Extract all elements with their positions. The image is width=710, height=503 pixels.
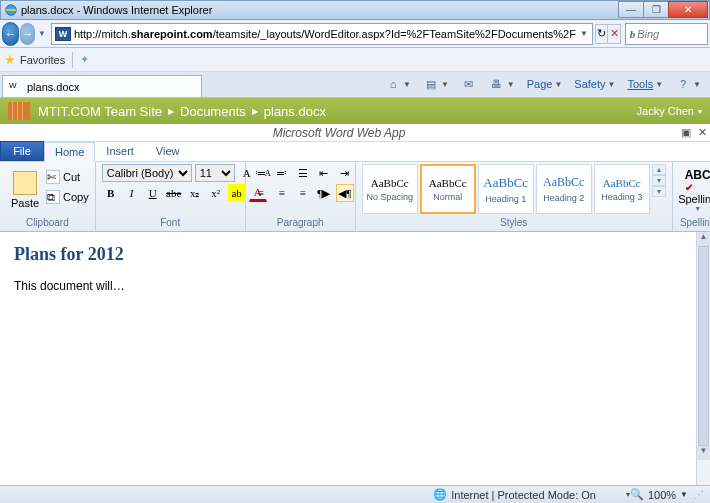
paste-label: Paste [11, 197, 39, 209]
rtl-button[interactable]: ◀¶ [336, 184, 354, 202]
tab-file[interactable]: File [0, 141, 44, 161]
bold-button[interactable]: B [102, 184, 120, 202]
crumb-site[interactable]: MTIT.COM Team Site [38, 104, 162, 119]
recent-dropdown-icon[interactable]: ▼ [38, 29, 46, 38]
font-size-select[interactable]: 11 [195, 164, 235, 182]
style-heading-1[interactable]: AaBbCcHeading 1 [478, 164, 534, 214]
document-canvas[interactable]: Plans for 2012 This document will… [0, 232, 696, 485]
strike-button[interactable]: abe [165, 184, 183, 202]
cut-label: Cut [63, 171, 80, 183]
safety-menu[interactable]: Safety ▼ [571, 76, 618, 92]
group-spelling: ABC✔ Spelling ▼ Spelling [673, 162, 710, 231]
popout-icon[interactable]: ▣ [678, 126, 694, 139]
scroll-up-button[interactable]: ▲ [697, 232, 710, 246]
stop-button[interactable]: ✕ [607, 24, 620, 44]
copy-icon: ⧉ [46, 190, 60, 204]
favorites-star-icon[interactable]: ★ [4, 52, 16, 67]
indent-button[interactable]: ⇥ [336, 164, 354, 182]
zoom-icon: 🔍 [630, 488, 644, 501]
back-button[interactable]: ← [2, 22, 19, 46]
highlight-button[interactable]: ab [228, 184, 246, 202]
crumb-file[interactable]: plans.docx [264, 104, 326, 119]
style-name: Heading 2 [543, 193, 584, 203]
word-favicon-icon: W [55, 27, 71, 41]
readmail-button[interactable]: ✉ [458, 74, 480, 94]
help-button[interactable]: ?▼ [672, 74, 704, 94]
underline-button[interactable]: U [144, 184, 162, 202]
bing-icon: b [630, 28, 636, 40]
rss-icon: ▤ [423, 76, 439, 92]
align-center-button[interactable]: ≡ [273, 184, 291, 202]
search-box[interactable]: b Bing [625, 23, 708, 45]
refresh-icon: ↻ [597, 27, 606, 40]
chevron-down-icon: ▼ [694, 205, 701, 212]
suggested-sites-icon[interactable]: ✦ [80, 53, 89, 66]
superscript-button[interactable]: x² [207, 184, 225, 202]
multilevel-button[interactable]: ☰ [294, 164, 312, 182]
style-heading-3[interactable]: AaBbCcHeading 3 [594, 164, 650, 214]
sharepoint-logo-icon[interactable] [8, 102, 30, 120]
scroll-down-button[interactable]: ▼ [697, 446, 710, 460]
italic-button[interactable]: I [123, 184, 141, 202]
vertical-scrollbar[interactable]: ▲ ▼ [696, 232, 710, 485]
favorites-label[interactable]: Favorites [20, 54, 65, 66]
ribbon-tabs: File Home Insert View [0, 142, 710, 162]
align-left-button[interactable]: ≡ [252, 184, 270, 202]
tab-view[interactable]: View [145, 141, 191, 161]
home-button[interactable]: ⌂▼ [382, 74, 414, 94]
search-engine-label: Bing [637, 28, 659, 40]
favorites-bar: ★ Favorites ✦ [0, 48, 710, 72]
style-heading-2[interactable]: AaBbCcHeading 2 [536, 164, 592, 214]
tools-menu[interactable]: Tools ▼ [624, 76, 666, 92]
tab-label: plans.docx [27, 81, 80, 93]
numbering-button[interactable]: ≕ [273, 164, 291, 182]
zoom-level[interactable]: 100% [648, 489, 676, 501]
resize-grip[interactable]: ⋰ [694, 489, 704, 500]
scroll-up-icon[interactable]: ▴ [652, 164, 666, 175]
align-right-button[interactable]: ≡ [294, 184, 312, 202]
tab-home[interactable]: Home [44, 142, 95, 162]
crumb-library[interactable]: Documents [180, 104, 246, 119]
tab-insert[interactable]: Insert [95, 141, 145, 161]
outdent-button[interactable]: ⇤ [315, 164, 333, 182]
doc-heading[interactable]: Plans for 2012 [14, 244, 682, 265]
address-dropdown-icon[interactable]: ▼ [576, 29, 592, 38]
close-button[interactable]: ✕ [668, 1, 708, 18]
ltr-button[interactable]: ¶▶ [315, 184, 333, 202]
spelling-button[interactable]: ABC✔ Spelling ▼ [679, 164, 710, 216]
paste-button[interactable]: Paste [6, 164, 44, 216]
minimize-button[interactable]: — [618, 1, 644, 18]
maximize-button[interactable]: ❐ [643, 1, 669, 18]
security-zone: Internet | Protected Mode: On [451, 489, 596, 501]
font-name-select[interactable]: Calibri (Body) [102, 164, 192, 182]
browser-tab[interactable]: W plans.docx [2, 75, 202, 97]
wordwebapp-header: Microsoft Word Web App ▣ ✕ [0, 124, 710, 142]
print-icon: 🖶 [489, 76, 505, 92]
address-bar[interactable]: W http://mitch.sharepoint.com/teamsite/_… [51, 23, 593, 45]
refresh-button[interactable]: ↻ [595, 24, 608, 44]
mail-icon: ✉ [461, 76, 477, 92]
user-menu[interactable]: Jacky Chen▾ [637, 105, 702, 117]
style-normal[interactable]: AaBbCcNormal [420, 164, 476, 214]
style-preview: AaBbCc [483, 175, 528, 191]
forward-button[interactable]: → [20, 23, 35, 45]
ie-status-bar: 🌐 Internet | Protected Mode: On ▾ 🔍 100%… [0, 485, 710, 503]
print-button[interactable]: 🖶▼ [486, 74, 518, 94]
page-menu[interactable]: Page ▼ [524, 76, 566, 92]
subscript-button[interactable]: x₂ [186, 184, 204, 202]
cut-button[interactable]: ✄Cut [46, 168, 89, 186]
style-no-spacing[interactable]: AaBbCcNo Spacing [362, 164, 418, 214]
scroll-down-icon[interactable]: ▾ [652, 175, 666, 186]
doc-paragraph[interactable]: This document will… [14, 279, 682, 293]
copy-button[interactable]: ⧉Copy [46, 188, 89, 206]
bullets-button[interactable]: ≔ [252, 164, 270, 182]
zoom-dropdown[interactable]: ▼ [680, 490, 688, 499]
command-bar: ⌂▼ ▤▼ ✉ 🖶▼ Page ▼ Safety ▼ Tools ▼ ?▼ [376, 71, 710, 97]
styles-expand-icon[interactable]: ▾ [652, 186, 666, 197]
style-preview: AaBbCc [429, 177, 467, 189]
feeds-button[interactable]: ▤▼ [420, 74, 452, 94]
scroll-thumb[interactable] [698, 246, 709, 446]
close-doc-button[interactable]: ✕ [694, 126, 710, 139]
style-name: Normal [433, 192, 462, 202]
styles-scroll[interactable]: ▴▾▾ [652, 164, 666, 197]
